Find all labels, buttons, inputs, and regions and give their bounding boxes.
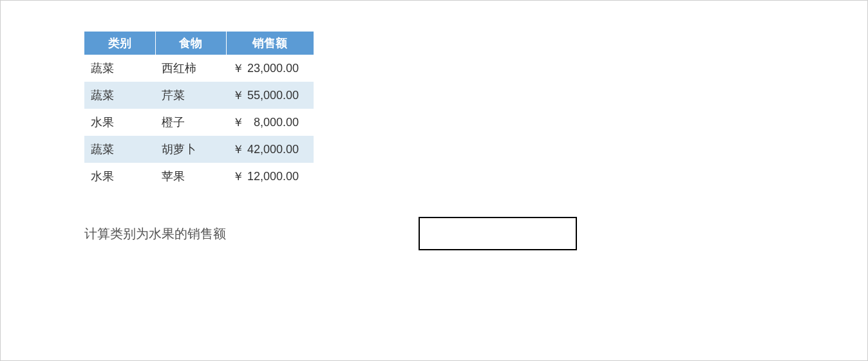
prompt-label: 计算类别为水果的销售额 bbox=[84, 225, 419, 243]
cell-category: 水果 bbox=[84, 163, 155, 190]
cell-sales: ￥ 12,000.00 bbox=[226, 163, 314, 190]
cell-category: 蔬菜 bbox=[84, 136, 155, 163]
table-row: 水果 苹果 ￥ 12,000.00 bbox=[84, 163, 314, 190]
cell-food: 西红柿 bbox=[155, 55, 226, 82]
header-category: 类别 bbox=[84, 32, 155, 55]
cell-food: 苹果 bbox=[155, 163, 226, 190]
cell-category: 水果 bbox=[84, 109, 155, 136]
prompt-row: 计算类别为水果的销售额 bbox=[84, 217, 867, 250]
cell-food: 芹菜 bbox=[155, 82, 226, 109]
cell-food: 橙子 bbox=[155, 109, 226, 136]
cell-sales: ￥ 23,000.00 bbox=[226, 55, 314, 82]
answer-input[interactable] bbox=[419, 217, 577, 250]
cell-category: 蔬菜 bbox=[84, 82, 155, 109]
table-header-row: 类别 食物 销售额 bbox=[84, 32, 314, 55]
header-food: 食物 bbox=[155, 32, 226, 55]
table-row: 蔬菜 西红柿 ￥ 23,000.00 bbox=[84, 55, 314, 82]
table-row: 蔬菜 胡萝卜 ￥ 42,000.00 bbox=[84, 136, 314, 163]
table-row: 蔬菜 芹菜 ￥ 55,000.00 bbox=[84, 82, 314, 109]
sales-table: 类别 食物 销售额 蔬菜 西红柿 ￥ 23,000.00 蔬菜 芹菜 ￥ 55,… bbox=[84, 32, 314, 190]
page-content: 类别 食物 销售额 蔬菜 西红柿 ￥ 23,000.00 蔬菜 芹菜 ￥ 55,… bbox=[1, 1, 867, 250]
cell-sales: ￥ 55,000.00 bbox=[226, 82, 314, 109]
table-row: 水果 橙子 ￥ 8,000.00 bbox=[84, 109, 314, 136]
header-sales: 销售额 bbox=[226, 32, 314, 55]
cell-sales: ￥ 8,000.00 bbox=[226, 109, 314, 136]
cell-category: 蔬菜 bbox=[84, 55, 155, 82]
cell-food: 胡萝卜 bbox=[155, 136, 226, 163]
cell-sales: ￥ 42,000.00 bbox=[226, 136, 314, 163]
